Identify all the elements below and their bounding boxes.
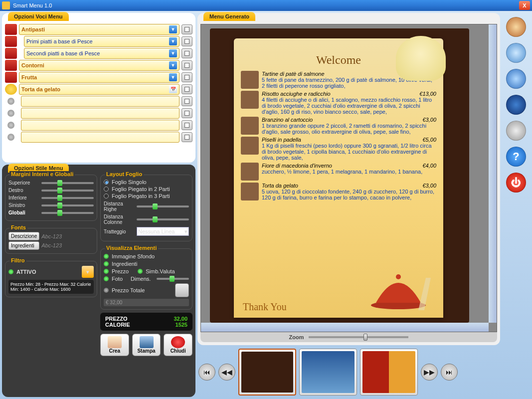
layout-radio[interactable]: Foglio Piegato in 2 Parti: [104, 186, 189, 192]
chiudi-button[interactable]: Chiudi: [164, 334, 192, 356]
gray-icon: [7, 134, 14, 141]
prezzo-totale-led[interactable]: [104, 288, 109, 293]
funnel-icon[interactable]: ▾: [82, 266, 94, 278]
radio-icon: [104, 180, 109, 185]
chevron-down-icon: ▼: [169, 61, 177, 69]
tratteggio-select[interactable]: Nessuna Linea▾: [137, 227, 189, 236]
category-select[interactable]: Secondi piatti a base di Pesce▼: [24, 48, 179, 59]
category-select[interactable]: Frutta▼: [19, 72, 179, 83]
zoom-bar: Zoom: [200, 332, 497, 342]
list-icon[interactable]: [506, 43, 526, 63]
help-icon[interactable]: ?: [506, 147, 526, 167]
menu-items-tab: Opzioni Voci Menu: [8, 12, 69, 21]
visualizza-group: Visualizza Elementi Immagine SfondoIngre…: [100, 248, 192, 310]
title-bar: Smart Menu 1.0 X: [0, 0, 532, 11]
first-button[interactable]: ⏮: [198, 364, 215, 381]
close-button[interactable]: X: [519, 1, 530, 10]
menu-thank: Thank You: [243, 301, 287, 313]
category-select[interactable]: Torta da gelato📅: [19, 84, 179, 95]
folder-icon[interactable]: [506, 69, 526, 89]
menu-item-row: Contorni▼: [5, 60, 192, 71]
row-checkbox[interactable]: [181, 120, 192, 130]
next-button[interactable]: ▶▶: [421, 364, 438, 381]
dice-icon: [5, 36, 17, 47]
layout-group: Layout Foglio Foglio SingoloFoglio Piega…: [100, 175, 192, 241]
filter-stats: Prezzo Min: 28 - Prezzo Max: 32 Calorie …: [8, 280, 94, 294]
category-select[interactable]: [21, 96, 179, 107]
dist-righe-slider[interactable]: [137, 205, 189, 207]
menu-item-row: Torta da gelato📅: [5, 84, 192, 95]
font-ingredienti-button[interactable]: Ingredienti: [8, 241, 39, 250]
svg-point-1: [396, 274, 401, 279]
vertical-scrollbar[interactable]: [489, 24, 497, 323]
zoom-slider[interactable]: [309, 336, 408, 338]
margin-superiore-slider[interactable]: [41, 182, 94, 184]
margin-inferiore-slider[interactable]: [41, 197, 94, 199]
row-checkbox[interactable]: [181, 24, 192, 34]
stampa-button[interactable]: Stampa: [132, 334, 161, 356]
led-icon: [104, 276, 109, 281]
grid-icon[interactable]: [175, 283, 189, 297]
template-thumb-2[interactable]: [299, 349, 357, 396]
preview-scroll[interactable]: Welcome Tartine di patè di salmone€4,005…: [200, 24, 497, 332]
category-select[interactable]: Contorni▼: [19, 60, 179, 71]
row-checkbox[interactable]: [181, 108, 192, 118]
tools-icon[interactable]: [506, 121, 526, 141]
row-checkbox[interactable]: [181, 48, 192, 58]
style-options-panel: Opzioni Stile Menu Margini Interni e Glo…: [2, 165, 195, 397]
dimens-slider[interactable]: [157, 278, 189, 280]
menu-item-row: [5, 132, 192, 143]
side-toolbar: ? ⏻: [502, 13, 530, 397]
calendar-icon[interactable]: 📅: [169, 85, 177, 93]
layout-radio[interactable]: Foglio Piegato in 3 Parti: [104, 193, 189, 199]
menu-preview-item: Torta da gelato€3,005 uova, 120 g di cio…: [241, 183, 436, 200]
gray-icon: [7, 98, 14, 105]
category-select[interactable]: [21, 108, 179, 119]
horizontal-scrollbar[interactable]: [201, 323, 489, 332]
home-icon[interactable]: [506, 17, 526, 37]
template-thumb-1[interactable]: [238, 349, 296, 396]
category-select[interactable]: Antipasti▼: [19, 24, 179, 35]
menu-item-row: [5, 96, 192, 107]
menu-preview-item: Fiore di macedonia d'inverno€4,00zuccher…: [241, 163, 436, 181]
row-checkbox[interactable]: [181, 132, 192, 142]
row-checkbox[interactable]: [181, 36, 192, 46]
vis-toggle[interactable]: FotoDimens.: [104, 276, 189, 282]
category-select[interactable]: [21, 132, 179, 143]
template-thumb-3[interactable]: [360, 349, 418, 396]
prezzo-totale-value: € 32,00: [104, 299, 189, 306]
power-icon[interactable]: ⏻: [506, 173, 526, 193]
prev-button[interactable]: ◀◀: [218, 364, 235, 381]
margin-sinistro-slider[interactable]: [41, 204, 94, 206]
window-title: Smart Menu 1.0: [13, 2, 52, 8]
row-checkbox[interactable]: [181, 96, 192, 106]
row-checkbox[interactable]: [181, 72, 192, 82]
category-select[interactable]: [21, 120, 179, 131]
vis-toggle[interactable]: Immagine Sfondo: [104, 253, 189, 259]
power-icon: [171, 336, 185, 348]
dist-colonne-slider[interactable]: [137, 218, 189, 220]
font-descrizione-button[interactable]: Descrizione: [8, 232, 39, 240]
menu-preview-item: Piselli in padella€5,001 Kg di piselli f…: [241, 137, 436, 161]
last-button[interactable]: ⏭: [441, 364, 458, 381]
menu-preview-item: Risotto acciughe e radicchio€13,004 file…: [241, 91, 436, 115]
dish-thumb: [241, 91, 259, 109]
vis-toggle[interactable]: Ingredienti: [104, 261, 189, 267]
category-select[interactable]: Primi piatti a base di Pesce▼: [24, 36, 179, 47]
row-checkbox[interactable]: [181, 60, 192, 70]
menu-items-panel: Opzioni Voci Menu Antipasti▼Primi piatti…: [2, 13, 195, 163]
layout-radio[interactable]: Foglio Singolo: [104, 179, 189, 185]
vis-toggle[interactable]: PrezzoSimb.Valuta: [104, 268, 189, 274]
chevron-down-icon: ▼: [169, 49, 177, 57]
dice-icon: [5, 48, 17, 59]
star-icon: [5, 84, 17, 95]
row-checkbox[interactable]: [181, 84, 192, 94]
margin-globali-slider[interactable]: [41, 212, 94, 214]
dish-thumb: [241, 183, 259, 200]
monitor-icon[interactable]: [506, 95, 526, 115]
crea-button[interactable]: Crea: [100, 334, 129, 356]
dish-thumb: [241, 163, 259, 181]
menu-item-row: Secondi piatti a base di Pesce▼: [5, 48, 192, 59]
margin-destro-slider[interactable]: [41, 190, 94, 192]
template-thumbnails: ⏮ ◀◀ ▶▶ ⏭: [197, 347, 500, 397]
